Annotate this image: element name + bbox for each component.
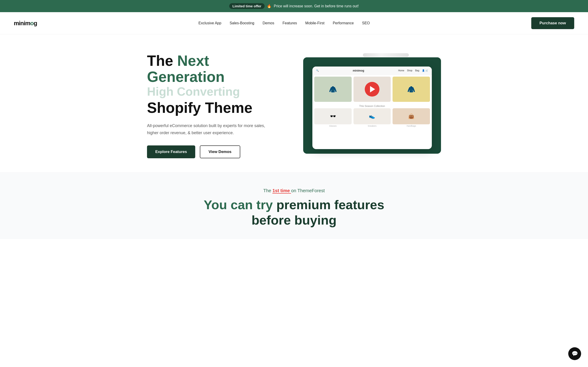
product-icon-3: 🧥 xyxy=(407,85,415,93)
banner-text: Price will increase soon. Get in before … xyxy=(274,4,359,8)
play-button[interactable] xyxy=(365,82,380,97)
bottom-product-2: 👟 Sneakers xyxy=(354,108,391,127)
tablet-nav-shop: Shop xyxy=(407,69,412,72)
play-arrow-icon xyxy=(370,86,375,92)
hero-title-prefix: The xyxy=(147,52,173,69)
hero-title-line2: Shopify Theme xyxy=(147,100,267,116)
tablet-topbar: 🔍 minimog Home Shop Bag 👤 🛒 xyxy=(312,67,432,75)
tagline-suffix: on ThemeForest xyxy=(291,188,325,193)
product-card-center xyxy=(354,77,391,102)
tablet-logo-mini: minimog xyxy=(353,69,364,72)
tablet-product-grid: 🧥 🧥 xyxy=(312,75,432,104)
heading-green: You can try xyxy=(204,198,273,212)
hero-title-line1: The Next Generation xyxy=(147,53,267,85)
tablet-main-area: 🧥 🧥 This Season Collection 🕶️ xyxy=(312,75,432,129)
nav-exclusive-app[interactable]: Exclusive App xyxy=(199,21,221,25)
logo[interactable]: minimog xyxy=(14,20,37,27)
nav-demos[interactable]: Demos xyxy=(262,21,274,25)
tablet-mockup: 🔍 minimog Home Shop Bag 👤 🛒 🧥 xyxy=(312,67,432,149)
nav-features[interactable]: Features xyxy=(283,21,297,25)
tagline-prefix: The xyxy=(263,188,271,193)
product-icon-1: 🧥 xyxy=(329,85,337,93)
tablet-nav-home: Home xyxy=(398,69,404,72)
nav-sales-boosting[interactable]: Sales-Boosting xyxy=(230,21,254,25)
tagline: The 1st time on ThemeForest xyxy=(14,188,574,193)
tablet-icons: 👤 🛒 xyxy=(422,69,428,72)
nav-performance[interactable]: Performance xyxy=(333,21,354,25)
header: minimog Exclusive App Sales-Boosting Dem… xyxy=(0,12,588,34)
heading-rest: premium features xyxy=(276,198,384,212)
hero-device-mockup: 🔍 minimog Home Shop Bag 👤 🛒 🧥 xyxy=(303,57,441,154)
banner-fire-emoji: 🔥 xyxy=(267,4,271,8)
hero-buttons: Explore Features View Demos xyxy=(147,145,267,158)
bottom-product-1: 🕶️ Glasses xyxy=(314,108,352,127)
main-heading: You can try premium features xyxy=(14,197,574,212)
banner-badge: Limited time offer xyxy=(229,3,265,9)
tablet-nav-bag: Bag xyxy=(415,69,419,72)
hero-section: The Next Generation High Converting Shop… xyxy=(133,34,455,172)
hero-left: The Next Generation High Converting Shop… xyxy=(147,53,267,158)
bottom-product-3: 👜 Handbags xyxy=(393,108,430,127)
bottom-section: The 1st time on ThemeForest You can try … xyxy=(0,172,588,239)
purchase-now-button[interactable]: Purchase now xyxy=(531,17,574,29)
bottom-product-row: 🕶️ Glasses 👟 Sneakers 👜 Handbags xyxy=(312,108,432,129)
pencil-decoration xyxy=(363,53,409,57)
main-nav: Exclusive App Sales-Boosting Demos Featu… xyxy=(199,21,370,25)
hero-ghost-text: High Converting xyxy=(147,85,267,98)
nav-mobile-first[interactable]: Mobile-First xyxy=(305,21,325,25)
product-card-1: 🧥 xyxy=(314,77,352,102)
top-banner: Limited time offer 🔥 Price will increase… xyxy=(0,0,588,12)
heading-sub: before buying xyxy=(14,213,574,227)
tagline-highlight: 1st time xyxy=(272,188,291,194)
explore-features-button[interactable]: Explore Features xyxy=(147,145,195,158)
tablet-search: 🔍 xyxy=(316,69,319,72)
hero-description: All-powerful eCommerce solution built by… xyxy=(147,122,267,136)
nav-seo[interactable]: SEO xyxy=(362,21,370,25)
tablet-nav: Home Shop Bag 👤 🛒 xyxy=(398,69,428,72)
product-card-3: 🧥 xyxy=(393,77,430,102)
collection-label: This Season Collection xyxy=(312,104,432,108)
view-demos-button[interactable]: View Demos xyxy=(200,145,240,158)
